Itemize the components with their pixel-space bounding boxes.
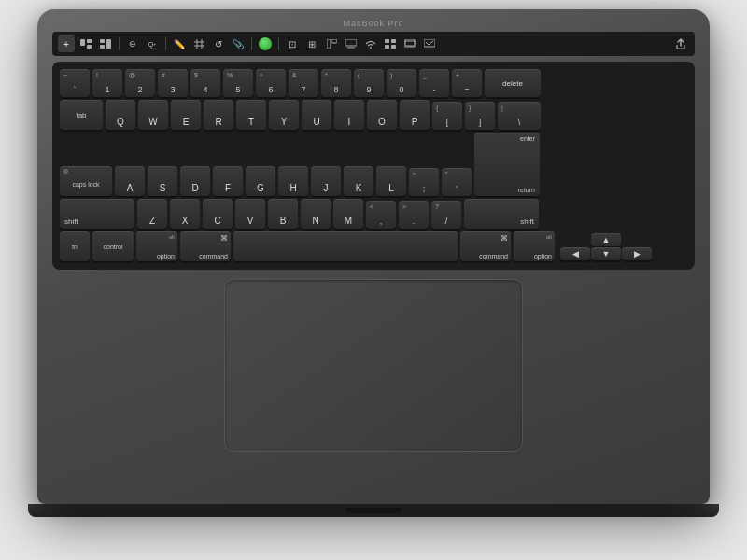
tb-icon-4[interactable] — [323, 35, 340, 52]
key-arrow-up[interactable]: ▲ — [591, 233, 621, 246]
key-a[interactable]: A — [115, 166, 145, 196]
svg-rect-4 — [100, 45, 105, 49]
key-backslash[interactable]: | \ — [498, 102, 541, 130]
trackpad[interactable] — [224, 279, 523, 452]
key-quote[interactable]: " ' — [442, 168, 472, 196]
key-q[interactable]: Q — [106, 100, 135, 130]
key-arrow-right[interactable]: ▶ — [622, 247, 652, 260]
key-shift-left[interactable]: shift — [60, 199, 134, 229]
key-n[interactable]: N — [301, 199, 331, 229]
key-tilde[interactable]: ~ ` — [60, 69, 90, 97]
key-b[interactable]: B — [268, 199, 298, 229]
tb-icon-1[interactable] — [78, 35, 94, 52]
tb-icon-2[interactable] — [97, 35, 114, 52]
tb-green-status — [257, 35, 274, 52]
key-k[interactable]: K — [344, 166, 374, 196]
svg-rect-18 — [405, 39, 415, 46]
key-shift-right[interactable]: shift — [464, 199, 539, 229]
key-comma[interactable]: < , — [366, 201, 396, 229]
svg-rect-12 — [345, 39, 357, 46]
svg-rect-5 — [106, 39, 111, 49]
tb-pencil-icon[interactable]: ✏️ — [171, 35, 188, 52]
tb-grid-icon[interactable] — [190, 35, 207, 52]
key-c[interactable]: C — [203, 199, 233, 229]
qwerty-row: tab Q W E R T Y U I O P { [ } ] — [60, 100, 687, 130]
key-m[interactable]: M — [333, 199, 363, 229]
key-t[interactable]: T — [236, 100, 266, 130]
key-u[interactable]: U — [302, 100, 331, 130]
key-slash[interactable]: ? / — [431, 201, 461, 229]
key-bracket-close[interactable]: } ] — [465, 102, 495, 130]
key-4[interactable]: $ 4 — [190, 69, 220, 97]
key-l[interactable]: L — [376, 166, 406, 196]
macbook-brand-label: MacBook Pro — [52, 19, 695, 28]
key-o[interactable]: O — [367, 100, 397, 130]
tb-attach-icon[interactable]: 📎 — [230, 35, 247, 52]
svg-point-13 — [370, 47, 372, 49]
key-z[interactable]: Z — [137, 199, 167, 229]
key-w[interactable]: W — [138, 100, 168, 130]
key-2[interactable]: @ 2 — [125, 69, 155, 97]
key-p[interactable]: P — [400, 100, 430, 130]
key-6[interactable]: ^ 6 — [256, 69, 286, 97]
key-j[interactable]: J — [311, 166, 341, 196]
svg-rect-16 — [385, 45, 389, 49]
tb-copy-icon[interactable]: ⊡ — [284, 35, 301, 52]
key-enter[interactable]: enter return — [474, 133, 540, 196]
key-space[interactable] — [233, 231, 458, 261]
tb-grid2-icon[interactable] — [382, 35, 399, 52]
touch-bar[interactable]: + ⊖ Q+ ✏️ ↺ 📎 ⊡ ⊞ — [52, 32, 695, 56]
tb-icon-5[interactable] — [343, 35, 359, 52]
key-h[interactable]: H — [278, 166, 308, 196]
tb-icon-6[interactable] — [402, 35, 418, 52]
key-equals[interactable]: + = — [452, 69, 482, 97]
tb-refresh-icon[interactable]: ↺ — [210, 35, 227, 52]
key-e[interactable]: E — [171, 100, 201, 130]
tb-separator-4 — [278, 37, 279, 50]
key-bracket-open[interactable]: { [ — [432, 102, 462, 130]
key-0[interactable]: ) 0 — [387, 69, 416, 97]
tb-share-icon[interactable] — [672, 35, 689, 52]
key-option-left[interactable]: alt option — [136, 231, 177, 261]
key-7[interactable]: & 7 — [289, 69, 318, 97]
number-row: ~ ` ! 1 @ 2 # 3 $ 4 — [60, 69, 687, 97]
key-r[interactable]: R — [204, 100, 233, 130]
svg-rect-14 — [385, 39, 389, 43]
svg-rect-0 — [80, 39, 85, 46]
key-fn[interactable]: fn — [60, 231, 90, 261]
key-command-right[interactable]: ⌘ command — [460, 231, 511, 261]
key-delete[interactable]: delete — [485, 69, 541, 97]
tb-wifi-icon[interactable] — [362, 35, 379, 52]
key-period[interactable]: > . — [399, 201, 429, 229]
keyboard: ~ ` ! 1 @ 2 # 3 $ 4 — [52, 62, 695, 270]
key-s[interactable]: S — [148, 166, 177, 196]
key-minus[interactable]: _ - — [419, 69, 449, 97]
key-f[interactable]: F — [213, 166, 243, 196]
key-option-right[interactable]: alt option — [514, 231, 555, 261]
tb-add-icon[interactable]: + — [58, 35, 75, 52]
key-1[interactable]: ! 1 — [92, 69, 122, 97]
key-tab[interactable]: tab — [60, 100, 103, 130]
tb-zoom-out[interactable]: ⊖ — [124, 35, 141, 52]
key-x[interactable]: X — [170, 199, 200, 229]
key-v[interactable]: V — [235, 199, 265, 229]
key-5[interactable]: % 5 — [223, 69, 253, 97]
key-control[interactable]: control — [92, 231, 134, 261]
key-command-left[interactable]: ⌘ command — [180, 231, 231, 261]
key-arrow-down[interactable]: ▼ — [591, 247, 621, 260]
key-8[interactable]: * 8 — [321, 69, 351, 97]
key-g[interactable]: G — [246, 166, 275, 196]
tb-icon-7[interactable] — [421, 35, 438, 52]
key-semicolon[interactable]: " ; — [409, 168, 439, 196]
trackpad-area — [52, 279, 695, 452]
key-i[interactable]: I — [334, 100, 364, 130]
tb-zoom-in[interactable]: Q+ — [144, 35, 161, 52]
key-3[interactable]: # 3 — [158, 69, 188, 97]
key-d[interactable]: D — [180, 166, 210, 196]
laptop-bottom-bar — [28, 504, 719, 517]
key-9[interactable]: ( 9 — [354, 69, 384, 97]
tb-icon-3[interactable]: ⊞ — [303, 35, 320, 52]
key-capslock[interactable]: caps lock — [60, 166, 112, 196]
key-y[interactable]: Y — [269, 100, 299, 130]
key-arrow-left[interactable]: ◀ — [560, 247, 590, 260]
